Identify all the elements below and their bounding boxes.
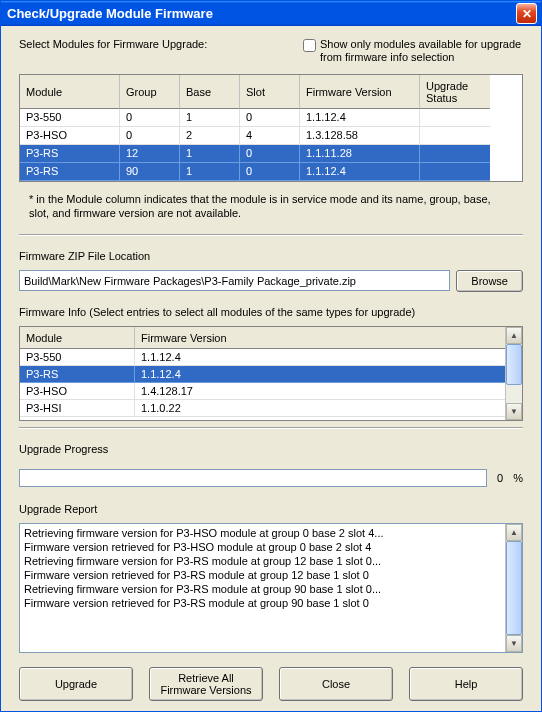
cell-slot: 4 (240, 127, 300, 145)
cell-module: P3-RS (20, 366, 135, 383)
cell-status (420, 109, 490, 127)
help-button[interactable]: Help (409, 667, 523, 701)
scroll-up-icon[interactable]: ▲ (506, 524, 522, 541)
cell-fw: 1.1.12.4 (300, 109, 420, 127)
separator (19, 234, 523, 236)
browse-button[interactable]: Browse (456, 270, 523, 292)
cell-group: 90 (120, 163, 180, 181)
cell-status (420, 127, 490, 145)
show-only-label: Show only modules available for upgrade … (320, 38, 523, 64)
table-row[interactable]: P3-5501.1.12.4 (20, 349, 505, 366)
retrieve-all-button[interactable]: Retrieve All Firmware Versions (149, 667, 263, 701)
table-row[interactable]: P3-RS90101.1.12.4 (20, 163, 522, 181)
upgrade-button[interactable]: Upgrade (19, 667, 133, 701)
report-scrollbar[interactable]: ▲ ▼ (505, 524, 522, 652)
select-modules-label: Select Modules for Firmware Upgrade: (19, 38, 207, 50)
table-row[interactable]: P3-RS12101.1.11.28 (20, 145, 522, 163)
cell-slot: 0 (240, 145, 300, 163)
firmware-upgrade-window: Check/Upgrade Module Firmware ✕ Select M… (0, 0, 542, 712)
cell-base: 1 (180, 163, 240, 181)
cell-module: P3-550 (20, 109, 120, 127)
cell-base: 1 (180, 109, 240, 127)
progress-bar (19, 469, 487, 487)
show-only-checkbox[interactable] (303, 39, 316, 52)
separator (19, 427, 523, 429)
cell-module: P3-550 (20, 349, 135, 366)
cell-module: P3-HSO (20, 127, 120, 145)
cell-base: 1 (180, 145, 240, 163)
cell-module: P3-HSI (20, 400, 135, 417)
modules-footnote: * in the Module column indicates that th… (29, 192, 513, 220)
table-row[interactable]: P3-HSO1.4.128.17 (20, 383, 505, 400)
report-line: Firmware version retrieved for P3-RS mod… (24, 568, 501, 582)
close-button[interactable]: Close (279, 667, 393, 701)
zip-location-input[interactable] (19, 270, 450, 291)
progress-percent-sign: % (513, 472, 523, 484)
fw-info-label: Firmware Info (Select entries to select … (19, 306, 523, 318)
cell-slot: 0 (240, 109, 300, 127)
col-group[interactable]: Group (120, 75, 180, 109)
zip-location-label: Firmware ZIP File Location (19, 250, 523, 262)
table-row[interactable]: P3-5500101.1.12.4 (20, 109, 522, 127)
cell-status (420, 163, 490, 181)
fwinfo-col-module[interactable]: Module (20, 327, 135, 349)
scroll-down-icon[interactable]: ▼ (506, 635, 522, 652)
cell-fw: 1.1.12.4 (300, 163, 420, 181)
col-status[interactable]: Upgrade Status (420, 75, 490, 109)
close-icon[interactable]: ✕ (516, 3, 537, 24)
modules-table[interactable]: Module Group Base Slot Firmware Version … (19, 74, 523, 182)
col-slot[interactable]: Slot (240, 75, 300, 109)
table-row[interactable]: P3-HSO0241.3.128.58 (20, 127, 522, 145)
cell-base: 2 (180, 127, 240, 145)
cell-status (420, 145, 490, 163)
cell-group: 12 (120, 145, 180, 163)
cell-fw: 1.1.0.22 (135, 400, 505, 417)
report-line: Retrieving firmware version for P3-RS mo… (24, 554, 501, 568)
progress-percent: 0 (497, 472, 503, 484)
cell-group: 0 (120, 127, 180, 145)
cell-slot: 0 (240, 163, 300, 181)
cell-fw: 1.3.128.58 (300, 127, 420, 145)
fw-info-scrollbar[interactable]: ▲ ▼ (505, 327, 522, 420)
report-line: Retrieving firmware version for P3-HSO m… (24, 526, 501, 540)
scroll-thumb[interactable] (506, 541, 522, 635)
progress-label: Upgrade Progress (19, 443, 523, 455)
titlebar: Check/Upgrade Module Firmware ✕ (1, 1, 541, 26)
report-label: Upgrade Report (19, 503, 523, 515)
scroll-thumb[interactable] (506, 344, 522, 385)
report-box: Retrieving firmware version for P3-HSO m… (19, 523, 523, 653)
scroll-down-icon[interactable]: ▼ (506, 403, 522, 420)
col-module[interactable]: Module (20, 75, 120, 109)
cell-module: P3-RS (20, 145, 120, 163)
col-fw[interactable]: Firmware Version (300, 75, 420, 109)
fw-info-table[interactable]: Module Firmware Version P3-5501.1.12.4P3… (19, 326, 523, 421)
report-line: Firmware version retrieved for P3-HSO mo… (24, 540, 501, 554)
table-row[interactable]: P3-HSI1.1.0.22 (20, 400, 505, 417)
cell-fw: 1.4.128.17 (135, 383, 505, 400)
cell-fw: 1.1.11.28 (300, 145, 420, 163)
scroll-up-icon[interactable]: ▲ (506, 327, 522, 344)
cell-module: P3-RS (20, 163, 120, 181)
cell-fw: 1.1.12.4 (135, 349, 505, 366)
col-base[interactable]: Base (180, 75, 240, 109)
fwinfo-col-fw[interactable]: Firmware Version (135, 327, 505, 349)
report-line: Firmware version retrieved for P3-RS mod… (24, 596, 501, 610)
cell-fw: 1.1.12.4 (135, 366, 505, 383)
window-title: Check/Upgrade Module Firmware (7, 6, 516, 21)
cell-module: P3-HSO (20, 383, 135, 400)
modules-table-header: Module Group Base Slot Firmware Version … (20, 75, 522, 109)
report-line: Retrieving firmware version for P3-RS mo… (24, 582, 501, 596)
table-row[interactable]: P3-RS1.1.12.4 (20, 366, 505, 383)
cell-group: 0 (120, 109, 180, 127)
